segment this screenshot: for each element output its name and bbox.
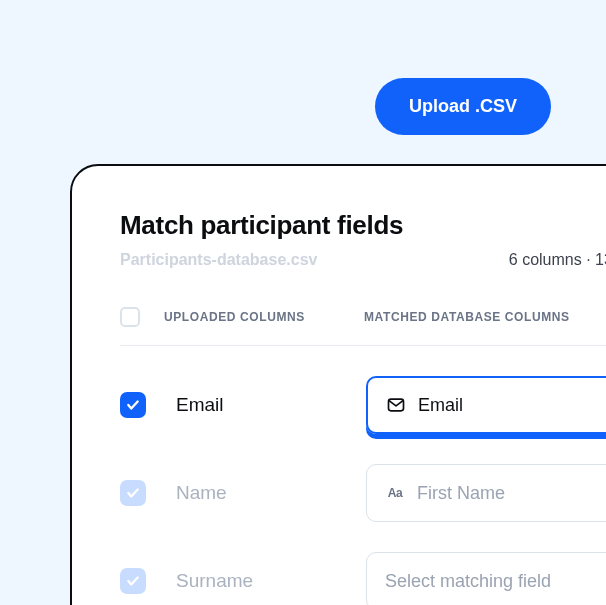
mail-icon bbox=[386, 395, 406, 415]
selected-value: Select matching field bbox=[385, 571, 551, 592]
uploaded-column-label: Name bbox=[176, 482, 366, 504]
match-select[interactable]: Email bbox=[366, 376, 606, 434]
header-matched-columns: MATCHED DATABASE COLUMNS bbox=[364, 310, 606, 324]
selected-value: Email bbox=[418, 395, 463, 416]
uploaded-filename: Participants-database.csv bbox=[120, 251, 317, 269]
page-title: Match participant fields bbox=[120, 210, 606, 241]
match-select[interactable]: Aa First Name bbox=[366, 464, 606, 522]
upload-csv-button[interactable]: Upload .CSV bbox=[375, 78, 551, 135]
check-icon bbox=[126, 574, 140, 588]
row-checkbox[interactable] bbox=[120, 480, 146, 506]
match-select[interactable]: Select matching field bbox=[366, 552, 606, 605]
column-headers: UPLOADED COLUMNS MATCHED DATABASE COLUMN… bbox=[120, 307, 606, 346]
check-icon bbox=[126, 398, 140, 412]
field-row: Name Aa First Name bbox=[120, 464, 606, 522]
field-row: Email Email bbox=[120, 376, 606, 434]
file-stats: 6 columns · 138 rows bbox=[509, 251, 606, 269]
text-icon: Aa bbox=[385, 483, 405, 503]
select-all-checkbox[interactable] bbox=[120, 307, 140, 327]
uploaded-column-label: Surname bbox=[176, 570, 366, 592]
match-fields-card: Match participant fields Participants-da… bbox=[70, 164, 606, 605]
field-row: Surname Select matching field bbox=[120, 552, 606, 605]
header-uploaded-columns: UPLOADED COLUMNS bbox=[164, 310, 364, 324]
check-icon bbox=[126, 486, 140, 500]
row-checkbox[interactable] bbox=[120, 392, 146, 418]
uploaded-column-label: Email bbox=[176, 394, 366, 416]
row-checkbox[interactable] bbox=[120, 568, 146, 594]
selected-value: First Name bbox=[417, 483, 505, 504]
